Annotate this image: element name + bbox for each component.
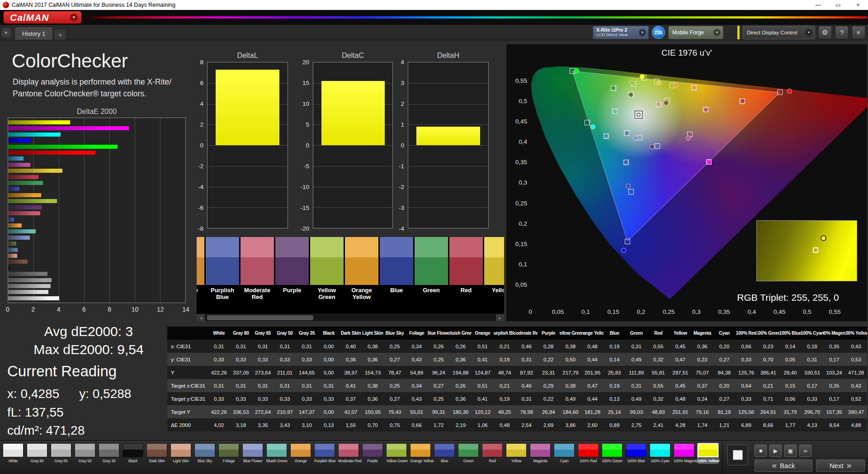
table-col-yellow-green: Yellow Green	[560, 327, 582, 340]
pattern-mode-button[interactable]: ▣	[784, 445, 797, 457]
patch-magenta[interactable]: Magenta	[530, 443, 551, 463]
table-col-foliage: Foliage	[406, 327, 428, 340]
spectrum-bar	[86, 16, 867, 19]
meter-dropdown[interactable]: X-Rite i1Pro 2 LCD Direct View ▼	[593, 26, 649, 39]
tab-history-1[interactable]: History 1	[14, 27, 53, 40]
minimize-button[interactable]: —	[808, 0, 828, 10]
pattern-window-button[interactable]	[727, 445, 748, 465]
table-cell: 2,19	[450, 418, 472, 431]
table-cell: 297,51	[670, 366, 692, 379]
scrollbar-thumb[interactable]	[207, 315, 313, 320]
patch-swatch	[194, 443, 215, 457]
patch-100-cyan[interactable]: 100% Cyan	[650, 443, 670, 463]
stop-button[interactable]: ■	[755, 445, 767, 457]
patch-dark-skin[interactable]: Dark Skin	[146, 443, 167, 463]
de2000-bar-light-skin	[8, 254, 17, 258]
exposure-badge[interactable]: 235	[652, 26, 665, 39]
tab-scroll-button[interactable]: ▸	[2, 28, 11, 37]
patch-label: Blue Flower	[242, 459, 263, 463]
patch-swatch	[290, 443, 311, 457]
avg-de2000-value: Avg dE2000: 3	[0, 324, 177, 339]
close-button[interactable]: ×	[848, 0, 868, 10]
patch-gray-50[interactable]: Gray 50	[75, 443, 95, 463]
patch-yellow[interactable]: Yellow	[506, 443, 527, 463]
next-button[interactable]: Next »	[816, 460, 865, 472]
patch-label: Yellow Green	[386, 459, 407, 463]
table-cell: 0,36	[691, 340, 713, 353]
table-cell: 1,77	[779, 418, 802, 431]
patch-swatch	[218, 443, 239, 457]
table-cell: 0,36	[362, 392, 384, 405]
patch-100-yellow[interactable]: 100% Yellow	[698, 443, 718, 463]
de2000-chart-title: DeltaE 2000	[8, 108, 186, 116]
display-control-dropdown[interactable]: Direct Display Control ▼	[743, 26, 815, 39]
patch-moderate-red[interactable]: Moderate Red	[338, 443, 359, 463]
table-col-100-magenta: 100% Magenta	[823, 327, 845, 340]
patch-white[interactable]: White	[3, 443, 24, 463]
patch-label: Orange	[290, 459, 311, 463]
strip-swatch	[275, 237, 309, 285]
maximize-button[interactable]: ▭	[828, 0, 848, 10]
scroll-left-icon[interactable]: ◂	[197, 314, 205, 321]
display-control-label: Direct Display Control	[743, 30, 802, 35]
cie-measured-orange-yellow	[673, 83, 678, 88]
current-reading-label: Current Reading	[7, 363, 117, 380]
patch-red[interactable]: Red	[482, 443, 503, 463]
patch-100-magenta[interactable]: 100% Magenta	[674, 443, 694, 463]
de2000-plot	[8, 118, 186, 303]
table-col-100-red: 100% Red	[735, 327, 757, 340]
table-cell: 0,50	[560, 353, 582, 366]
patch-yellow-green[interactable]: Yellow Green	[386, 443, 407, 463]
patch-blue-sky[interactable]: Blue Sky	[194, 443, 215, 463]
source-dropdown[interactable]: Mobile Forge ▼	[668, 26, 723, 39]
table-cell: 6,89	[735, 418, 757, 431]
patch-orange-yellow[interactable]: Orange Yellow	[410, 443, 431, 463]
table-cell: 194,88	[450, 366, 472, 379]
settings-button[interactable]: ⚙	[818, 26, 832, 39]
back-button[interactable]: « Back	[755, 460, 812, 472]
patch-bluish-green[interactable]: Bluish Green	[266, 443, 287, 463]
patch-orange[interactable]: Orange	[290, 443, 311, 463]
scroll-right-icon[interactable]: ▸	[496, 314, 504, 321]
meter-mode: LCD Direct View	[596, 33, 636, 38]
patch-black[interactable]: Black	[123, 443, 143, 463]
de2000-bar-moderate-red	[8, 211, 40, 215]
add-tab-button[interactable]: +	[54, 29, 66, 40]
calman-logo-button[interactable]: CalMAN ▼	[4, 11, 81, 24]
patch-blue-flower[interactable]: Blue Flower	[242, 443, 263, 463]
patch-100-red[interactable]: 100% Red	[578, 443, 599, 463]
loop-button[interactable]: ∞	[799, 445, 811, 457]
patch-100-blue[interactable]: 100% Blue	[626, 443, 646, 463]
patch-blue[interactable]: Blue	[434, 443, 455, 463]
deltaL-gridline	[208, 187, 288, 187]
strip-swatch	[206, 237, 239, 285]
patch-foliage[interactable]: Foliage	[218, 443, 239, 463]
patch-cyan[interactable]: Cyan	[554, 443, 575, 463]
calman-window: CalMAN 2017 CalMAN Ultimate for Business…	[0, 0, 868, 474]
workflow-close-button[interactable]: ×	[852, 26, 865, 39]
current-cd-value: cd/m²: 471,28	[7, 423, 85, 438]
play-button[interactable]: ▶	[769, 445, 782, 457]
table-cell: 0,71	[757, 392, 779, 405]
swatch-strip-scrollbar[interactable]: ◂ ▸	[197, 314, 504, 322]
cie-target-100-blue	[625, 239, 630, 244]
deltaC-ytick: -5	[304, 163, 309, 170]
patch-purplish-blue[interactable]: Purplish Blue	[314, 443, 335, 463]
patch-light-skin[interactable]: Light Skin	[170, 443, 191, 463]
patch-purple[interactable]: Purple	[362, 443, 383, 463]
patch-swatch	[530, 443, 551, 457]
patch-gray-65[interactable]: Gray 65	[51, 443, 71, 463]
patch-gray-80[interactable]: Gray 80	[27, 443, 47, 463]
patch-gray-35[interactable]: Gray 35	[99, 443, 119, 463]
window-title: CalMAN 2017 CalMAN Ultimate for Business…	[12, 2, 175, 8]
play-icon: ▶	[774, 448, 778, 454]
patch-label: 100% Magenta	[674, 459, 694, 463]
patch-100-green[interactable]: 100% Green	[602, 443, 623, 463]
table-row-label: y: CIE31	[167, 353, 208, 366]
patch-green[interactable]: Green	[458, 443, 479, 463]
table-cell: 0,38	[560, 340, 582, 353]
patch-swatch	[123, 443, 143, 457]
cie-measured-100-magenta	[707, 160, 712, 165]
help-button[interactable]: ?	[835, 26, 849, 39]
cie-current-target-marker	[635, 111, 642, 118]
